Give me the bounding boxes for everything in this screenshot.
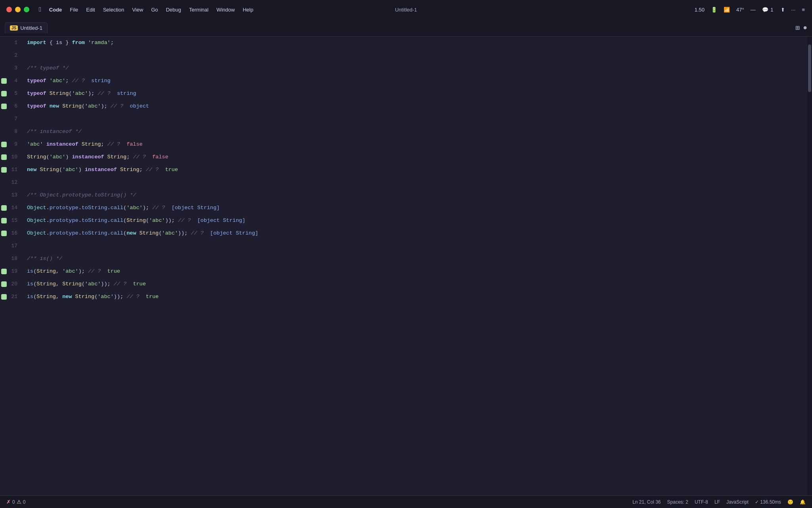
scrollbar-thumb[interactable]	[808, 44, 811, 92]
linenum-10: 10	[8, 151, 24, 164]
menu-debug[interactable]: Debug	[163, 5, 184, 14]
line-8: 8 /** instanceof */	[0, 125, 812, 138]
breakpoint-dot-6	[1, 104, 7, 109]
line-11: 11 new String('abc') instanceof String; …	[0, 164, 812, 176]
bp-12[interactable]	[0, 176, 8, 189]
spaces-label[interactable]: Spaces: 2	[667, 499, 688, 505]
linenum-14: 14	[8, 202, 24, 214]
menu-terminal[interactable]: Terminal	[186, 5, 212, 14]
line-20: 20 is(String, String('abc')); // ? true	[0, 278, 812, 291]
arrow-icon: ⬆	[781, 7, 785, 13]
split-editor-icon[interactable]: ⊞	[795, 23, 800, 32]
linenum-16: 16	[8, 227, 24, 240]
linenum-17: 17	[8, 240, 24, 252]
error-icon: ✗	[6, 499, 11, 505]
bp-20[interactable]	[0, 278, 8, 291]
linenum-5: 5	[8, 87, 24, 100]
breakpoint-dot-14	[1, 205, 7, 211]
code-18: /** is() */	[24, 252, 62, 265]
menu-edit[interactable]: Edit	[83, 5, 98, 14]
bp-11[interactable]	[0, 164, 8, 176]
bp-9[interactable]	[0, 138, 8, 151]
linenum-4: 4	[8, 75, 24, 87]
maximize-button[interactable]	[24, 7, 29, 12]
bp-18[interactable]	[0, 252, 8, 265]
warning-number: 0	[23, 499, 26, 505]
code-19: is(String, 'abc'); // ? true	[24, 265, 120, 278]
linenum-21: 21	[8, 291, 24, 303]
code-20: is(String, String('abc')); // ? true	[24, 278, 146, 291]
bp-8[interactable]	[0, 125, 8, 138]
cursor-position[interactable]: Ln 21, Col 36	[632, 499, 661, 505]
statusbar-left: ✗ 0 ⚠ 0	[6, 499, 25, 505]
titlebar-left:  Code File Edit Selection View Go Debug…	[6, 4, 694, 15]
window-title: Untitled-1	[395, 7, 417, 13]
menu-file[interactable]: File	[67, 5, 81, 14]
menu-code[interactable]: Code	[46, 5, 65, 14]
breakpoint-dot-21	[1, 294, 7, 300]
warning-icon: ⚠	[17, 499, 21, 505]
menu-help[interactable]: Help	[239, 5, 257, 14]
line-14: 14 Object.prototype.toString.call('abc')…	[0, 202, 812, 214]
bp-17[interactable]	[0, 240, 8, 252]
linenum-18: 18	[8, 252, 24, 265]
code-3: /** typeof */	[24, 62, 69, 75]
menu-go[interactable]: Go	[148, 5, 161, 14]
linenum-15: 15	[8, 214, 24, 227]
menu-selection[interactable]: Selection	[100, 5, 127, 14]
breakpoint-dot-4	[1, 78, 7, 84]
code-5: typeof String('abc'); // ? string	[24, 87, 136, 100]
bp-13[interactable]	[0, 189, 8, 202]
bp-5[interactable]	[0, 87, 8, 100]
code-13: /** Object.prototype.toString() */	[24, 189, 136, 202]
notification-icon[interactable]: 🔔	[800, 499, 806, 505]
apple-menu[interactable]: 	[36, 4, 44, 15]
bp-4[interactable]	[0, 75, 8, 87]
bp-3[interactable]	[0, 62, 8, 75]
linenum-3: 3	[8, 62, 24, 75]
editor-layout-icons: ⊞ ●	[795, 23, 807, 32]
bp-14[interactable]	[0, 202, 8, 214]
code-6: typeof new String('abc'); // ? object	[24, 100, 149, 113]
bp-15[interactable]	[0, 214, 8, 227]
error-count[interactable]: ✗ 0 ⚠ 0	[6, 499, 25, 505]
linenum-20: 20	[8, 278, 24, 291]
timing-label: ✓ 136.50ms	[755, 499, 781, 505]
linenum-11: 11	[8, 164, 24, 176]
language-label[interactable]: JavaScript	[726, 499, 749, 505]
wifi-icon: 📶	[724, 7, 730, 13]
bp-10[interactable]	[0, 151, 8, 164]
linenum-9: 9	[8, 138, 24, 151]
bp-1[interactable]	[0, 37, 8, 49]
line-16: 16 Object.prototype.toString.call(new St…	[0, 227, 812, 240]
encoding-label[interactable]: UTF-8	[695, 499, 708, 505]
list-icon: ≡	[802, 7, 805, 13]
titlebar-right: 1.50 🔋 📶 47° — 💬 1 ⬆ ··· ≡	[694, 7, 806, 13]
bp-2[interactable]	[0, 49, 8, 62]
smiley-icon[interactable]: 🙂	[787, 499, 793, 505]
circle-icon[interactable]: ●	[803, 24, 807, 32]
minimize-button[interactable]	[15, 7, 21, 12]
line-17: 17	[0, 240, 812, 252]
linenum-19: 19	[8, 265, 24, 278]
bp-21[interactable]	[0, 291, 8, 303]
scrollbar-track[interactable]	[807, 37, 812, 495]
menu-view[interactable]: View	[129, 5, 146, 14]
bp-16[interactable]	[0, 227, 8, 240]
line-7: 7	[0, 113, 812, 125]
close-button[interactable]	[6, 7, 12, 12]
battery-icon: 🔋	[711, 7, 717, 13]
code-editor[interactable]: 1 import { is } from 'ramda'; 2 3 /** ty…	[0, 37, 812, 495]
line-ending-label[interactable]: LF	[714, 499, 720, 505]
code-1: import { is } from 'ramda';	[24, 37, 114, 49]
bp-6[interactable]	[0, 100, 8, 113]
statusbar: ✗ 0 ⚠ 0 Ln 21, Col 36 Spaces: 2 UTF-8 LF…	[0, 495, 812, 508]
line-18: 18 /** is() */	[0, 252, 812, 265]
tab-filename: Untitled-1	[20, 25, 42, 31]
menu-window[interactable]: Window	[213, 5, 238, 14]
tab-untitled1[interactable]: JS Untitled-1	[5, 22, 48, 33]
bp-7[interactable]	[0, 113, 8, 125]
bp-19[interactable]	[0, 265, 8, 278]
error-number: 0	[12, 499, 15, 505]
version-label: 1.50	[695, 7, 705, 13]
